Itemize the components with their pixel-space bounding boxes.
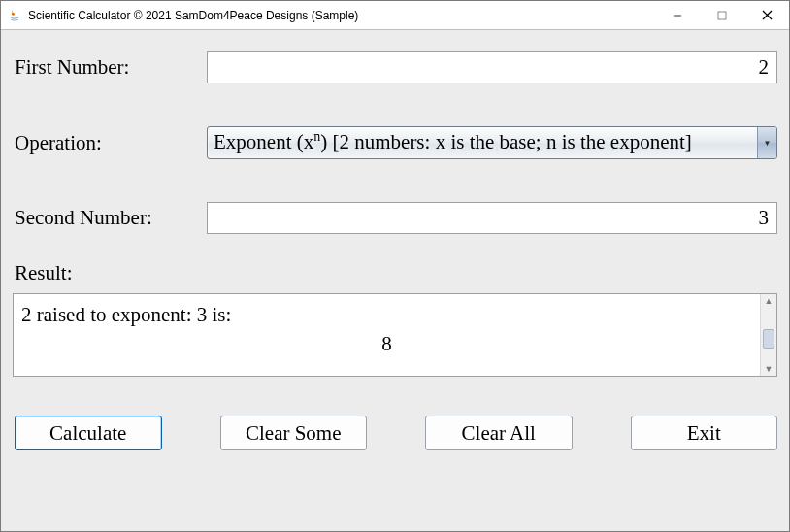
maximize-button[interactable] [700,1,744,29]
result-line-2: 8 [21,329,752,358]
chevron-down-icon: ▼ [757,127,776,158]
operation-select[interactable]: Exponent (xn) [2 numbers: x is the base;… [207,126,777,159]
operation-row: Operation: Exponent (xn) [2 numbers: x i… [13,126,777,159]
window-controls [655,1,789,29]
scroll-thumb[interactable] [763,329,774,349]
window-title: Scientific Calculator © 2021 SamDom4Peac… [28,9,358,22]
first-number-label: First Number: [13,55,207,80]
java-icon [7,8,22,23]
svg-rect-1 [718,12,726,19]
result-line-1: 2 raised to exponent: 3 is: [21,300,752,329]
vertical-scrollbar[interactable]: ▲ ▼ [760,294,776,376]
second-number-label: Second Number: [13,206,207,230]
first-number-input[interactable] [207,51,777,83]
clear-all-button[interactable]: Clear All [425,416,573,450]
result-area: 2 raised to exponent: 3 is: 8 ▲ ▼ [13,293,777,377]
operation-label: Operation: [13,131,207,155]
titlebar: Scientific Calculator © 2021 SamDom4Peac… [1,1,789,30]
calculate-button[interactable]: Calculate [15,416,162,450]
close-button[interactable] [744,1,789,29]
clear-some-button[interactable]: Clear Some [220,416,368,450]
minimize-button[interactable] [655,1,700,29]
result-text[interactable]: 2 raised to exponent: 3 is: 8 [14,294,760,376]
second-number-row: Second Number: [13,202,777,234]
button-row: Calculate Clear Some Clear All Exit [13,416,777,450]
second-number-input[interactable] [207,202,777,234]
scroll-up-icon: ▲ [765,296,774,306]
app-window: Scientific Calculator © 2021 SamDom4Peac… [0,0,790,532]
scroll-down-icon: ▼ [765,364,774,374]
first-number-row: First Number: [13,51,777,83]
result-label: Result: [13,261,777,285]
content-panel: First Number: Operation: Exponent (xn) [… [1,30,789,531]
operation-selected-text: Exponent (xn) [2 numbers: x is the base;… [208,127,757,158]
exit-button[interactable]: Exit [631,416,778,450]
